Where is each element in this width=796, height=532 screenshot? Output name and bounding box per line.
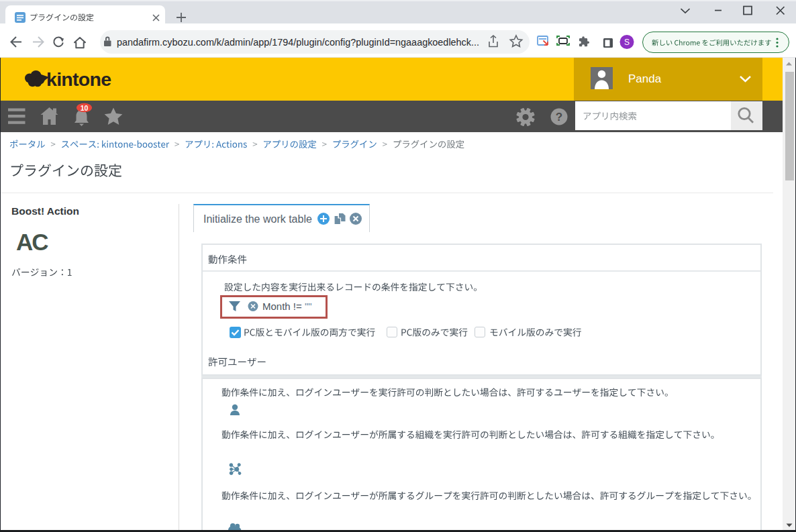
svg-text:S: S xyxy=(624,38,630,47)
svg-text:pandafirm.cybozu.com/k/admin/a: pandafirm.cybozu.com/k/admin/app/1794/pl… xyxy=(117,37,479,48)
svg-text:AC: AC xyxy=(16,229,48,255)
svg-text:Panda: Panda xyxy=(628,72,662,85)
svg-text:Boost! Action: Boost! Action xyxy=(11,205,79,217)
svg-text:Month != "": Month != "" xyxy=(262,301,312,312)
svg-text:?: ? xyxy=(556,111,562,123)
svg-text:10: 10 xyxy=(81,104,89,112)
svg-text:kintone: kintone xyxy=(46,68,111,90)
svg-text:Initialize the work table: Initialize the work table xyxy=(203,213,312,225)
